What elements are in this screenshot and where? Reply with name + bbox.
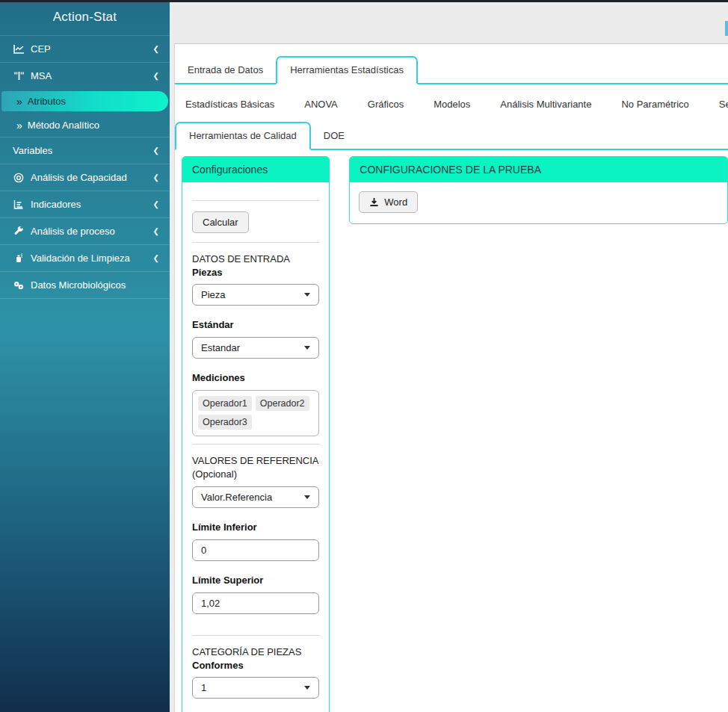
chevron-left-icon: ❮ xyxy=(153,146,159,155)
pieces-label: Piezas xyxy=(192,267,319,278)
nav-estadisticas-basicas[interactable]: Estadísticas Básicas xyxy=(185,99,294,110)
nav-series-temporales[interactable]: Series Temporales xyxy=(719,99,728,110)
conforming-label: Conformes xyxy=(192,660,319,671)
standard-select[interactable]: Estandar xyxy=(192,337,319,359)
spray-bottle-icon xyxy=(13,253,25,264)
config-panel-body: Calcular DATOS DE ENTRADA Piezas Pieza E… xyxy=(182,182,329,712)
pieces-select-value: Pieza xyxy=(201,289,226,300)
chevron-left-icon: ❮ xyxy=(153,72,159,80)
nav-analisis-multivariante[interactable]: Análisis Multivariante xyxy=(500,99,611,110)
sidebar-item-variables[interactable]: Variables ❮ xyxy=(0,137,170,164)
target-icon xyxy=(13,173,25,183)
measurement-tag[interactable]: Operador2 xyxy=(256,396,309,411)
panels-row: Configuraciones Calcular DATOS DE ENTRAD… xyxy=(175,150,728,712)
nav-graficos[interactable]: Gráficos xyxy=(368,99,423,110)
measurement-icon xyxy=(13,71,25,81)
sidebar-item-datos-microbiologicos[interactable]: Datos Microbiológicos xyxy=(0,271,170,299)
measurements-multiselect[interactable]: Operador1 Operador2 Operador3 xyxy=(192,390,319,436)
chevron-left-icon: ❮ xyxy=(153,254,159,262)
word-export-button[interactable]: Word xyxy=(359,191,418,213)
config-panel: Configuraciones Calcular DATOS DE ENTRAD… xyxy=(182,156,330,712)
lower-limit-label: Límite Inferior xyxy=(192,521,319,533)
measurements-label: Mediciones xyxy=(192,372,319,383)
sidebar-item-validacion-limpieza[interactable]: Validación de Limpieza ❮ xyxy=(0,244,170,271)
sidebar-item-msa[interactable]: MSA ❮ xyxy=(0,62,170,89)
divider xyxy=(192,444,319,445)
standard-label: Estándar xyxy=(192,319,319,330)
tertiary-tabs: Herramientas de Calidad DOE xyxy=(175,119,728,150)
sidebar-item-label: CEP xyxy=(31,43,147,55)
tab-doe[interactable]: DOE xyxy=(311,123,357,149)
primary-tabs: Entrada de Datos Herramientas Estadístic… xyxy=(175,44,728,84)
sidebar-item-metodo-analitico[interactable]: » Método Analítico xyxy=(0,114,170,137)
pieces-category-section-label: CATEGORÍA DE PIEZAS xyxy=(192,646,319,657)
sidebar-menu: CEP ❮ MSA ❮ » Atributos » Método Analíti… xyxy=(0,35,170,299)
content-card: Entrada de Datos Herramientas Estadístic… xyxy=(174,43,728,712)
sidebar-item-label: MSA xyxy=(31,70,147,81)
standard-select-value: Estandar xyxy=(201,342,240,353)
sidebar-item-label: Método Analítico xyxy=(28,120,99,131)
download-icon xyxy=(369,197,379,207)
reference-select-value: Valor.Referencia xyxy=(201,492,272,503)
wrench-icon xyxy=(13,226,25,237)
chevron-left-icon: ❮ xyxy=(153,227,159,235)
scrollbar-fragment[interactable] xyxy=(725,21,728,36)
tab-herramientas-de-calidad[interactable]: Herramientas de Calidad xyxy=(175,122,311,150)
nav-anova[interactable]: ANOVA xyxy=(304,99,357,110)
divider xyxy=(192,200,319,201)
calculate-button[interactable]: Calcular xyxy=(192,211,249,233)
measurement-tag[interactable]: Operador1 xyxy=(198,396,252,411)
nav-modelos[interactable]: Modelos xyxy=(434,99,490,110)
reference-value-select[interactable]: Valor.Referencia xyxy=(192,486,319,508)
secondary-nav: Estadísticas Básicas ANOVA Gráficos Mode… xyxy=(175,84,728,119)
tab-herramientas-estadisticas[interactable]: Herramientas Estadísticas xyxy=(276,56,418,84)
tab-entrada-de-datos[interactable]: Entrada de Datos xyxy=(175,58,276,83)
sidebar-item-cep[interactable]: CEP ❮ xyxy=(0,35,170,62)
caret-down-icon xyxy=(304,686,310,690)
divider xyxy=(192,242,319,243)
test-configurations-title: CONFIGURACIONES DE LA PRUEBA xyxy=(350,157,727,182)
conforming-select[interactable]: 1 xyxy=(192,677,319,699)
config-panel-title: Configuraciones xyxy=(182,157,329,182)
app-title: Action-Stat xyxy=(0,0,170,35)
sidebar-item-label: Variables xyxy=(13,145,147,156)
sidebar-item-analisis-capacidad[interactable]: Análisis de Capacidad ❮ xyxy=(0,164,170,191)
reference-values-section-label: VALORES DE REFERENCIA xyxy=(192,455,319,466)
test-configurations-panel: CONFIGURACIONES DE LA PRUEBA Word xyxy=(349,156,728,224)
divider xyxy=(192,635,319,636)
double-arrow-icon: » xyxy=(16,120,22,131)
sidebar-item-label: Análisis de Capacidad xyxy=(31,172,147,183)
sidebar-item-label: Atributos xyxy=(28,96,66,107)
sidebar-item-label: Validación de Limpieza xyxy=(31,253,147,264)
conforming-select-value: 1 xyxy=(201,682,206,693)
sidebar-item-atributos[interactable]: » Atributos xyxy=(1,91,168,111)
caret-down-icon xyxy=(304,293,310,297)
double-arrow-icon: » xyxy=(16,96,22,107)
reference-optional-label: (Opcional) xyxy=(192,468,319,480)
sidebar-item-label: Datos Microbiológicos xyxy=(31,279,159,291)
word-button-label: Word xyxy=(384,196,407,208)
upper-limit-label: Límite Superior xyxy=(192,575,319,586)
chevron-left-icon: ❮ xyxy=(153,200,159,208)
chevron-left-icon: ❮ xyxy=(153,45,159,53)
caret-down-icon xyxy=(304,346,310,350)
caret-down-icon xyxy=(304,495,310,499)
measurement-tag[interactable]: Operador3 xyxy=(198,415,252,430)
nav-no-parametrico[interactable]: No Paramétrico xyxy=(621,99,708,110)
test-configurations-body: Word xyxy=(350,182,727,223)
window-top-strip xyxy=(0,0,728,2)
lower-limit-input[interactable] xyxy=(192,539,319,561)
indicators-icon xyxy=(13,199,25,210)
main-area: Entrada de Datos Herramientas Estadístic… xyxy=(170,0,728,712)
sidebar-item-label: Indicadores xyxy=(31,199,147,210)
chart-line-icon xyxy=(13,44,25,55)
sidebar-item-indicadores[interactable]: Indicadores ❮ xyxy=(0,191,170,217)
input-data-section-label: DATOS DE ENTRADA xyxy=(192,253,319,264)
chevron-left-icon: ❮ xyxy=(153,173,159,182)
microbes-icon xyxy=(13,280,25,291)
upper-limit-input[interactable] xyxy=(192,592,319,614)
pieces-select[interactable]: Pieza xyxy=(192,284,319,306)
sidebar: Action-Stat CEP ❮ MSA ❮ » Atributos » Mé… xyxy=(0,0,170,712)
sidebar-item-analisis-proceso[interactable]: Análisis de proceso ❮ xyxy=(0,217,170,244)
sidebar-item-label: Análisis de proceso xyxy=(31,226,147,237)
